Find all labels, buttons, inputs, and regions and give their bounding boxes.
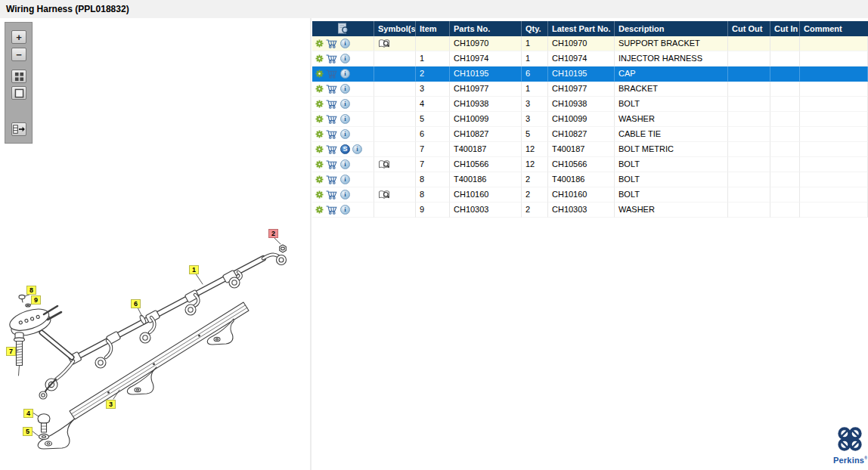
cell-parts-no[interactable]: CH10099 bbox=[450, 112, 522, 127]
diagram-callout-7[interactable]: 7 bbox=[6, 347, 16, 356]
cell-symbols[interactable] bbox=[374, 127, 416, 142]
cell-parts-no[interactable]: CH10938 bbox=[450, 97, 522, 112]
cart-icon[interactable] bbox=[326, 114, 338, 124]
cart-icon[interactable] bbox=[326, 175, 338, 184]
table-row[interactable]: i CH10970 1 CH10970 SUPPORT BRACKET bbox=[312, 36, 868, 51]
cart-icon[interactable] bbox=[326, 84, 338, 94]
info-icon[interactable]: i bbox=[340, 159, 350, 169]
gear-icon[interactable] bbox=[315, 145, 324, 153]
cell-symbols[interactable] bbox=[374, 112, 416, 127]
cart-icon[interactable] bbox=[326, 205, 338, 215]
cell-parts-no[interactable]: CH10970 bbox=[450, 36, 522, 51]
cell-parts-no[interactable]: CH10303 bbox=[450, 203, 522, 218]
gear-icon[interactable] bbox=[315, 39, 324, 48]
cell-parts-no[interactable]: CH10977 bbox=[450, 82, 522, 97]
table-row[interactable]: i 7 CH10566 12 CH10566 BOLT bbox=[312, 157, 868, 172]
cell-latest-part-no[interactable]: T400186 bbox=[548, 172, 615, 187]
zoom-out-button[interactable]: − bbox=[11, 48, 26, 61]
cell-symbols[interactable] bbox=[374, 142, 416, 157]
gear-icon[interactable] bbox=[315, 100, 324, 108]
cell-parts-no[interactable]: CH10160 bbox=[450, 187, 522, 203]
cart-icon[interactable] bbox=[326, 54, 338, 63]
diagram-callout-1[interactable]: 1 bbox=[189, 265, 199, 274]
cell-parts-no[interactable]: CH10566 bbox=[450, 157, 522, 172]
table-row[interactable]: i 1 CH10974 1 CH10974 INJECTOR HARNESS bbox=[312, 51, 868, 66]
cell-latest-part-no[interactable]: CH10970 bbox=[548, 36, 615, 51]
tile-view-button[interactable] bbox=[11, 70, 26, 83]
diagram-callout-5[interactable]: 5 bbox=[23, 427, 33, 436]
cell-symbols[interactable] bbox=[374, 36, 416, 51]
diagram-callout-2[interactable]: 2 bbox=[268, 229, 278, 238]
info-icon[interactable]: i bbox=[352, 144, 362, 154]
cell-symbols[interactable] bbox=[374, 97, 416, 112]
cell-symbols[interactable] bbox=[374, 172, 416, 187]
toggle-panel-button[interactable] bbox=[11, 122, 26, 136]
gear-icon[interactable] bbox=[315, 54, 324, 63]
cell-symbols[interactable] bbox=[374, 51, 416, 66]
cell-latest-part-no[interactable]: CH10566 bbox=[548, 157, 615, 172]
diagram-callout-3[interactable]: 3 bbox=[106, 400, 116, 409]
cell-latest-part-no[interactable]: T400187 bbox=[548, 142, 615, 157]
cell-parts-no[interactable]: T400186 bbox=[450, 172, 522, 187]
table-row[interactable]: i 6 CH10827 5 CH10827 CABLE TIE bbox=[312, 127, 868, 142]
diagram-callout-6[interactable]: 6 bbox=[131, 299, 141, 308]
diagram-callout-8[interactable]: 8 bbox=[26, 286, 36, 295]
info-icon[interactable]: i bbox=[340, 84, 350, 94]
cell-latest-part-no[interactable]: CH10977 bbox=[548, 82, 615, 97]
zoom-in-button[interactable]: + bbox=[11, 30, 26, 44]
symbol-book-icon[interactable] bbox=[378, 42, 390, 51]
cart-icon[interactable] bbox=[326, 144, 338, 154]
gear-icon[interactable] bbox=[315, 190, 324, 199]
cell-parts-no[interactable]: CH10974 bbox=[450, 51, 522, 66]
cell-latest-part-no[interactable]: CH10099 bbox=[548, 112, 615, 127]
cell-latest-part-no[interactable]: CH10195 bbox=[548, 66, 615, 82]
info-icon[interactable]: i bbox=[340, 205, 350, 215]
gear-icon[interactable] bbox=[315, 206, 324, 214]
cart-icon[interactable] bbox=[326, 39, 338, 48]
info-icon[interactable]: i bbox=[340, 39, 350, 48]
cell-parts-no[interactable]: CH10195 bbox=[450, 66, 522, 82]
info-icon[interactable]: i bbox=[340, 69, 350, 79]
cell-symbols[interactable] bbox=[374, 203, 416, 218]
cart-icon[interactable] bbox=[326, 129, 338, 139]
symbol-book-icon[interactable] bbox=[378, 162, 390, 172]
full-view-button[interactable] bbox=[11, 86, 26, 100]
cell-latest-part-no[interactable]: CH10827 bbox=[548, 127, 615, 142]
info-icon[interactable]: i bbox=[340, 129, 350, 139]
table-row[interactable]: i 5 CH10099 3 CH10099 WASHER bbox=[312, 112, 868, 127]
table-row[interactable]: i 9 CH10303 2 CH10303 WASHER bbox=[312, 203, 868, 218]
gear-icon[interactable] bbox=[315, 115, 324, 123]
info-icon[interactable]: i bbox=[340, 99, 350, 109]
cell-symbols[interactable] bbox=[374, 66, 416, 82]
table-row[interactable]: i 4 CH10938 3 CH10938 BOLT bbox=[312, 97, 868, 112]
gear-icon[interactable] bbox=[315, 130, 324, 138]
cart-icon[interactable] bbox=[326, 159, 338, 169]
cell-parts-no[interactable]: T400187 bbox=[450, 142, 522, 157]
superseded-icon[interactable]: S bbox=[340, 144, 350, 154]
table-row[interactable]: i 3 CH10977 1 CH10977 BRACKET bbox=[312, 82, 868, 97]
info-icon[interactable]: i bbox=[340, 175, 350, 184]
gear-icon[interactable] bbox=[315, 175, 324, 184]
symbol-book-icon[interactable] bbox=[378, 193, 390, 202]
cell-latest-part-no[interactable]: CH10974 bbox=[548, 51, 615, 66]
diagram-callout-9[interactable]: 9 bbox=[31, 295, 41, 305]
info-icon[interactable]: i bbox=[340, 114, 350, 124]
info-icon[interactable]: i bbox=[340, 190, 350, 199]
cart-icon[interactable] bbox=[326, 99, 338, 109]
gear-icon[interactable] bbox=[315, 85, 324, 93]
cell-parts-no[interactable]: CH10827 bbox=[450, 127, 522, 142]
cell-latest-part-no[interactable]: CH10938 bbox=[548, 97, 615, 112]
cell-symbols[interactable] bbox=[374, 187, 416, 203]
cell-symbols[interactable] bbox=[374, 82, 416, 97]
table-row[interactable]: i 8 T400186 2 T400186 BOLT bbox=[312, 172, 868, 187]
gear-icon[interactable] bbox=[315, 160, 324, 169]
cell-symbols[interactable] bbox=[374, 157, 416, 172]
info-icon[interactable]: i bbox=[340, 54, 350, 63]
gear-icon[interactable] bbox=[315, 70, 324, 78]
cart-icon[interactable] bbox=[326, 69, 338, 79]
diagram-callout-4[interactable]: 4 bbox=[23, 409, 33, 418]
table-row[interactable]: i 8 CH10160 2 CH10160 BOLT bbox=[312, 187, 868, 203]
cart-icon[interactable] bbox=[326, 190, 338, 199]
table-row[interactable]: i 2 CH10195 6 CH10195 CAP bbox=[312, 66, 868, 82]
cell-latest-part-no[interactable]: CH10160 bbox=[548, 187, 615, 203]
